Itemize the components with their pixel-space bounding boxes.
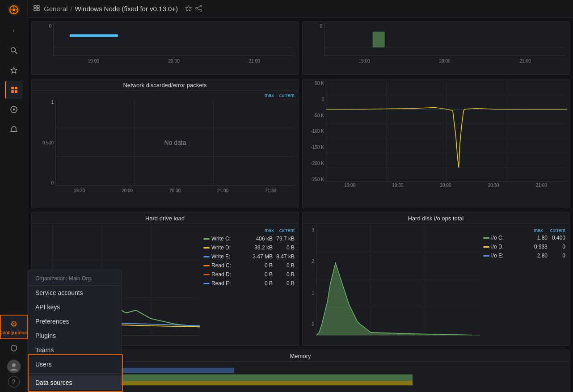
svg-rect-20 xyxy=(37,5,39,8)
hd-val1-1: 39.2 kB xyxy=(248,244,273,251)
io-label-1: i/o D: xyxy=(491,244,530,250)
grafana-logo[interactable] xyxy=(8,4,20,17)
menu-item-users[interactable]: Users xyxy=(28,357,121,371)
menu-item-api-keys[interactable]: API keys xyxy=(28,300,121,314)
network-x-2: 20:00 xyxy=(122,188,133,193)
hd-label-2: Write E: xyxy=(211,253,246,260)
search-nav-icon[interactable] xyxy=(5,42,23,59)
config-menu: Organization: Main Org. Service accounts… xyxy=(28,270,122,392)
io-label-0: i/o C: xyxy=(491,235,530,241)
shield-nav-icon[interactable] xyxy=(5,339,23,357)
hd-val2-1: 0 B xyxy=(274,244,295,251)
top-right-xaxis: 19:0020:0021:00 xyxy=(303,58,569,75)
sidebar-expand[interactable]: › xyxy=(5,22,23,40)
svg-rect-22 xyxy=(37,8,39,11)
svg-rect-21 xyxy=(34,8,36,11)
hd-legend-row-1: Write D: 39.2 kB 0 B xyxy=(203,244,295,251)
no-data-label: No data xyxy=(164,139,186,146)
right-panel: 50 K 0 -50 K -100 K -150 K -200 K -250 K xyxy=(302,79,569,208)
network-y-2: 0.500 xyxy=(35,140,54,145)
svg-rect-12 xyxy=(11,90,14,93)
topbar-expand-icon[interactable] xyxy=(33,4,40,13)
io-val1-1: 0.933 xyxy=(530,244,548,250)
alerting-nav-icon[interactable] xyxy=(5,120,23,138)
hard-drive-legend: max current Write C: 406 kB 79.7 kB Writ… xyxy=(200,224,298,336)
io-label-2: i/o E: xyxy=(491,253,530,259)
hd-color-5 xyxy=(203,283,210,284)
hd-color-1 xyxy=(203,247,210,249)
hd-color-2 xyxy=(203,256,210,257)
hd-val1-5: 0 B xyxy=(248,280,273,287)
share-action-icon[interactable] xyxy=(195,5,202,13)
menu-item-preferences[interactable]: Preferences xyxy=(28,314,121,329)
network-x-1: 19:30 xyxy=(74,188,85,193)
hd-label-0: Write C: xyxy=(211,236,246,242)
hd-legend-row-4: Read D: 0 B 0 B xyxy=(203,271,295,278)
gear-icon: ⚙ xyxy=(10,319,17,329)
menu-item-data-sources[interactable]: Data sources xyxy=(28,375,121,390)
svg-line-27 xyxy=(197,6,200,8)
network-x-3: 20:30 xyxy=(169,188,181,193)
breadcrumb-dashboard[interactable]: Windows Node (fixed for v0.13.0+) xyxy=(75,5,178,13)
starred-nav-icon[interactable] xyxy=(5,61,23,79)
hd-legend-row-3: Read C: 0 B 0 B xyxy=(203,262,295,269)
svg-marker-9 xyxy=(11,67,17,73)
hd-legend-row-2: Write E: 3.47 MB 8.47 kB xyxy=(203,253,295,260)
star-action-icon[interactable] xyxy=(185,5,192,13)
network-x-4: 21:00 xyxy=(217,188,228,193)
hd-color-4 xyxy=(203,274,210,275)
menu-item-plugins[interactable]: Plugins xyxy=(28,329,121,343)
svg-point-15 xyxy=(13,109,15,110)
hd-val1-3: 0 B xyxy=(248,262,273,269)
svg-line-8 xyxy=(15,52,17,54)
hd-val1-2: 3.47 MB xyxy=(248,253,273,260)
dashboards-nav-icon[interactable] xyxy=(5,81,23,99)
network-legend-current: current xyxy=(279,93,295,98)
svg-point-18 xyxy=(12,363,16,367)
network-discarded-title: Network discarded/error packets xyxy=(32,79,298,91)
svg-point-24 xyxy=(196,7,198,9)
hd-color-3 xyxy=(203,265,210,266)
menu-item-teams[interactable]: Teams xyxy=(28,343,121,357)
svg-rect-55 xyxy=(107,368,234,373)
topbar: General / Windows Node (fixed for v0.13.… xyxy=(28,0,573,18)
panel-top-right: 0 19:0020:0021:00 xyxy=(302,21,569,75)
configuration-sidebar-btn[interactable]: ⚙ Configuration xyxy=(0,315,28,339)
hd-val2-0: 79.7 kB xyxy=(274,236,295,242)
io-val1-2: 2.80 xyxy=(530,253,548,259)
configuration-label: Configuration xyxy=(0,330,28,335)
hd-val1-4: 0 B xyxy=(248,271,273,278)
breadcrumb-sep: / xyxy=(70,5,72,13)
io-color-1 xyxy=(483,246,489,248)
sidebar: › ⚙ Configura xyxy=(0,0,28,392)
io-val1-0: 1.80 xyxy=(530,235,548,241)
user-avatar[interactable] xyxy=(7,360,21,373)
menu-divider xyxy=(28,373,121,374)
io-legend-current: current xyxy=(550,228,565,233)
network-discarded-panel: Network discarded/error packets max curr… xyxy=(31,79,299,208)
svg-rect-29 xyxy=(70,34,118,37)
hd-label-1: Write D: xyxy=(211,244,246,251)
hd-val2-4: 0 B xyxy=(274,271,295,278)
svg-rect-19 xyxy=(34,5,36,8)
top-left-chart: 0 xyxy=(32,22,298,58)
io-legend-row-2: i/o E: 2.80 0 xyxy=(483,253,565,259)
explore-nav-icon[interactable] xyxy=(5,101,23,118)
network-x-5: 21:30 xyxy=(265,188,276,193)
svg-point-25 xyxy=(200,5,202,7)
config-menu-header: Organization: Main Org. xyxy=(28,272,121,286)
help-nav-icon[interactable]: ? xyxy=(8,376,20,388)
io-val2-0: 0.400 xyxy=(548,235,565,241)
hd-label-5: Read E: xyxy=(211,280,246,287)
svg-marker-52 xyxy=(316,263,480,335)
hd-legend-max: max xyxy=(265,228,274,233)
network-y-3: 0 xyxy=(35,181,54,185)
hd-legend-rows: Write C: 406 kB 79.7 kB Write D: 39.2 kB… xyxy=(203,236,295,287)
menu-item-service-accounts[interactable]: Service accounts xyxy=(28,286,121,300)
hd-color-0 xyxy=(203,238,210,240)
io-color-2 xyxy=(483,255,489,257)
network-legend-max: max xyxy=(265,93,274,98)
breadcrumb-general[interactable]: General xyxy=(44,5,67,13)
top-left-xaxis: 19:0020:0021:00 xyxy=(32,58,298,75)
io-legend-row-0: i/o C: 1.80 0.400 xyxy=(483,235,565,241)
